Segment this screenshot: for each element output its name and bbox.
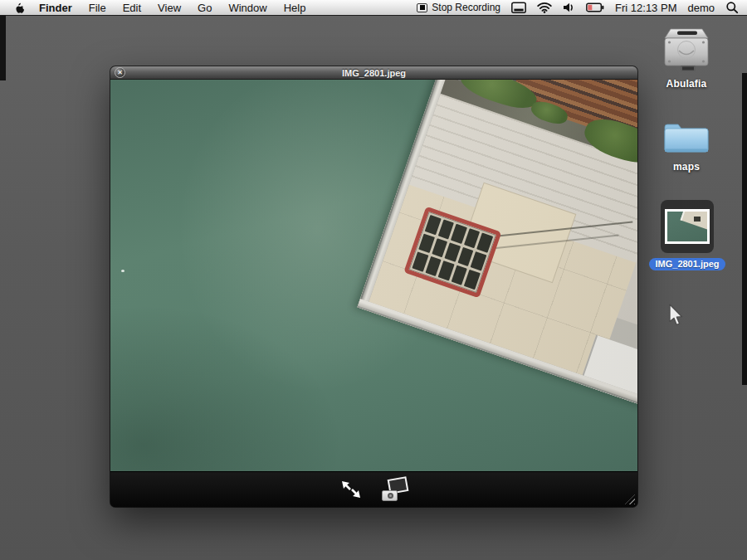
- apple-menu[interactable]: [8, 2, 31, 14]
- icon-label: maps: [673, 161, 700, 173]
- photo-texture: [694, 217, 701, 222]
- letterbox-artifact-right: [742, 73, 747, 385]
- quicklook-toolbar: [110, 471, 637, 507]
- thumbnail-image: [667, 212, 707, 241]
- close-icon[interactable]: ✕: [115, 67, 125, 78]
- photo-texture: [357, 80, 637, 471]
- letterbox-artifact-left: [0, 16, 6, 80]
- fullscreen-button[interactable]: [340, 480, 362, 499]
- file-thumbnail: [665, 209, 710, 244]
- selection-highlight: [661, 200, 714, 253]
- battery-icon[interactable]: [586, 2, 604, 12]
- display-mirroring-icon[interactable]: [511, 2, 526, 14]
- window-title: IMG_2801.jpeg: [110, 66, 637, 80]
- folder-icon: [662, 117, 710, 157]
- menu-bar-status: Stop Recording: [417, 1, 747, 14]
- menu-item-go[interactable]: Go: [189, 0, 220, 16]
- desktop-icon-abulafia[interactable]: Abulafia: [658, 27, 715, 90]
- menu-item-edit[interactable]: Edit: [115, 0, 149, 16]
- icon-label: Abulafia: [666, 78, 707, 90]
- stop-icon: [417, 3, 427, 12]
- stop-recording-label: Stop Recording: [432, 2, 500, 13]
- add-to-iphoto-button[interactable]: [380, 478, 408, 501]
- hard-drive-icon: [661, 27, 712, 74]
- quicklook-window: ✕ IMG_2801.jpeg: [110, 66, 637, 507]
- menu-item-window[interactable]: Window: [220, 0, 275, 16]
- mouse-cursor: [668, 304, 684, 330]
- menu-item-finder[interactable]: Finder: [31, 0, 81, 16]
- apple-icon: [13, 2, 24, 14]
- menu-bar: Finder File Edit View Go Window Help Sto…: [0, 0, 747, 16]
- menu-clock[interactable]: Fri 12:13 PM: [615, 2, 676, 14]
- window-titlebar[interactable]: ✕ IMG_2801.jpeg: [110, 66, 637, 80]
- aerial-photo: [110, 80, 637, 471]
- volume-icon[interactable]: [563, 2, 575, 13]
- menu-item-file[interactable]: File: [81, 0, 115, 16]
- menu-username[interactable]: demo: [687, 2, 715, 14]
- spotlight-search-icon[interactable]: [725, 1, 739, 14]
- menu-item-help[interactable]: Help: [276, 0, 315, 16]
- pier-structure: [357, 80, 637, 471]
- fullscreen-arrows-icon: [340, 480, 362, 499]
- desktop-icon-maps[interactable]: maps: [662, 117, 711, 173]
- menu-item-view[interactable]: View: [149, 0, 189, 16]
- photo-texture: [121, 270, 124, 272]
- stop-recording-button[interactable]: Stop Recording: [417, 2, 500, 13]
- menu-bar-left: Finder File Edit View Go Window Help: [0, 0, 314, 16]
- selected-filename-label: IMG_2801.jpeg: [649, 258, 725, 270]
- desktop-icon-img-2801[interactable]: IMG_2801.jpeg: [660, 200, 715, 270]
- camera-lens-icon: [388, 493, 393, 499]
- wifi-icon[interactable]: [537, 2, 552, 13]
